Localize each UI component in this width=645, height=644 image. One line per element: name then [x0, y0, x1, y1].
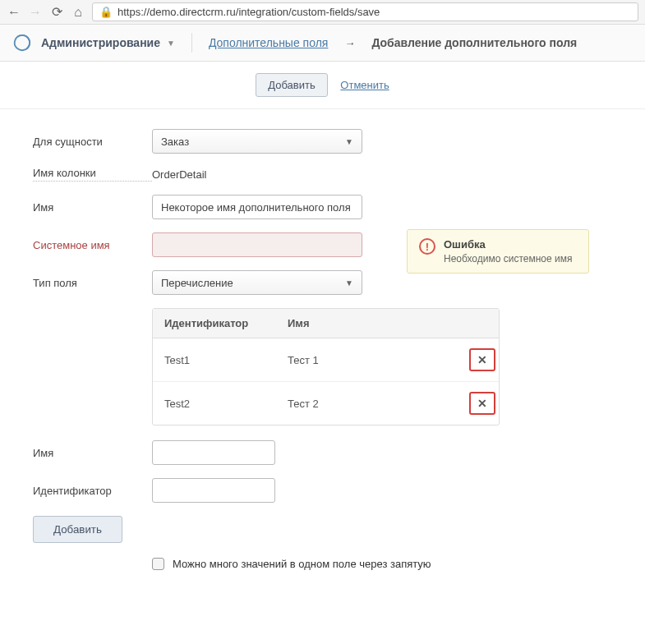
enum-name: Тест 1 [276, 344, 466, 376]
enum-header-id: Идентификатор [153, 309, 276, 338]
breadcrumb-link[interactable]: Дополнительные поля [209, 36, 329, 49]
entity-value: Заказ [161, 136, 189, 148]
delete-button[interactable]: ✕ [469, 348, 495, 371]
breadcrumb-current: Добавление дополнительного поля [371, 36, 577, 49]
url-bar[interactable]: 🔒 https://demo.directcrm.ru/integration/… [92, 2, 638, 21]
name-label: Имя [33, 201, 152, 214]
table-row: Test1 Тест 1 ✕ [153, 338, 499, 382]
forward-icon[interactable]: → [28, 5, 43, 20]
enum-id: Test2 [153, 388, 276, 420]
add-item-button[interactable]: Добавить [33, 516, 122, 543]
column-label: Имя колонки [33, 167, 152, 182]
enum-table: Идентификатор Имя Test1 Тест 1 ✕ Test2 Т… [152, 308, 500, 426]
arrow-right-icon: → [344, 37, 355, 49]
type-value: Перечисление [161, 277, 233, 289]
item-name-label: Имя [33, 447, 152, 459]
app-header: Администрирование ▼ Дополнительные поля … [0, 25, 645, 62]
enum-name: Тест 2 [276, 388, 466, 420]
back-icon[interactable]: ← [7, 5, 21, 20]
type-select[interactable]: Перечисление ▼ [152, 270, 362, 295]
home-icon[interactable]: ⌂ [71, 5, 85, 20]
caret-down-icon[interactable]: ▼ [167, 39, 175, 48]
item-name-input[interactable] [152, 440, 275, 465]
error-icon: ! [419, 238, 435, 255]
admin-menu[interactable]: Администрирование [41, 36, 160, 49]
multi-label: Можно много значений в одном поле через … [173, 558, 431, 570]
caret-down-icon: ▼ [345, 278, 353, 288]
name-input[interactable] [152, 195, 362, 219]
browser-toolbar: ← → ⟳ ⌂ 🔒 https://demo.directcrm.ru/inte… [0, 0, 645, 25]
url-text: https://demo.directcrm.ru/integration/cu… [117, 6, 380, 18]
error-message: Необходимо системное имя [444, 253, 572, 264]
separator [191, 33, 192, 53]
type-label: Тип поля [33, 277, 152, 289]
action-bar: Добавить Отменить [0, 62, 645, 109]
caret-down-icon: ▼ [345, 137, 353, 146]
item-id-label: Идентификатор [33, 485, 152, 497]
table-row: Test2 Тест 2 ✕ [153, 382, 499, 425]
enum-header-name: Имя [276, 309, 499, 338]
error-title: Ошибка [444, 238, 572, 251]
delete-button[interactable]: ✕ [469, 392, 495, 415]
cancel-link[interactable]: Отменить [340, 79, 389, 91]
column-value: OrderDetail [152, 168, 206, 181]
submit-button[interactable]: Добавить [256, 73, 327, 97]
sysname-input[interactable] [152, 232, 362, 257]
entity-select[interactable]: Заказ ▼ [152, 129, 362, 154]
form: Для сущности Заказ ▼ Имя колонки OrderDe… [0, 109, 645, 590]
entity-label: Для сущности [33, 136, 152, 148]
lock-icon: 🔒 [99, 6, 113, 18]
error-tooltip: ! Ошибка Необходимо системное имя [407, 229, 589, 274]
reload-icon[interactable]: ⟳ [49, 5, 64, 20]
enum-id: Test1 [153, 344, 276, 376]
sysname-label: Системное имя [33, 239, 152, 251]
app-logo-icon [13, 34, 31, 52]
item-id-input[interactable] [152, 478, 275, 503]
multi-checkbox[interactable] [152, 558, 164, 570]
